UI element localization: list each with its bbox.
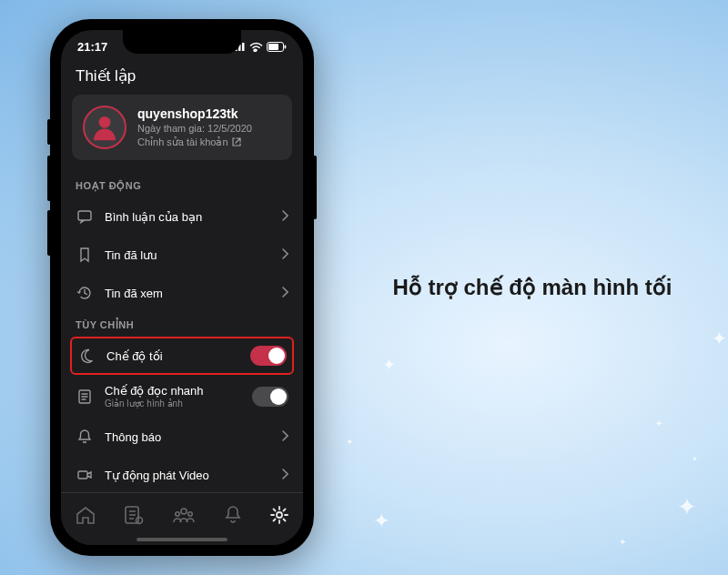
svg-rect-9 (78, 211, 91, 220)
row-sublabel: Giản lược hình ảnh (105, 398, 241, 409)
row-label: Chế độ đọc nhanh Giản lược hình ảnh (105, 384, 241, 409)
section-customize-title: TÙY CHỈNH (61, 312, 303, 337)
chevron-right-icon (281, 208, 288, 225)
notch (123, 30, 241, 54)
profile-card[interactable]: quyenshop123tk Ngày tham gia: 12/5/2020 … (72, 95, 292, 160)
row-label: Tự động phát Video (105, 469, 270, 482)
wifi-icon (249, 42, 263, 52)
row-autoplay[interactable]: Tự động phát Video (61, 456, 303, 494)
article-icon (76, 388, 94, 405)
row-label: Thông báo (105, 430, 270, 444)
row-label: Tin đã lưu (105, 248, 270, 262)
battery-icon (267, 42, 287, 52)
svg-rect-11 (78, 471, 87, 479)
comment-icon (76, 208, 94, 225)
svg-point-4 (255, 48, 257, 50)
tab-news[interactable] (123, 505, 145, 525)
bell-icon (76, 429, 94, 445)
joined-date: Ngày tham gia: 12/5/2020 (137, 121, 252, 136)
bookmark-icon (76, 247, 94, 263)
svg-point-17 (277, 512, 282, 518)
row-notifications[interactable]: Thông báo (61, 418, 303, 456)
svg-point-14 (181, 509, 187, 514)
home-indicator[interactable] (136, 538, 228, 541)
username: quyenshop123tk (137, 106, 252, 121)
edit-account-link[interactable]: Chỉnh sửa tài khoản (137, 136, 252, 148)
section-activity-title: HOẠT ĐỘNG (61, 173, 303, 197)
dark-mode-toggle[interactable] (250, 346, 287, 366)
svg-point-13 (136, 517, 143, 523)
page-title: Thiết lập (61, 63, 303, 95)
tab-settings[interactable] (269, 505, 289, 525)
chevron-right-icon (281, 247, 288, 263)
video-icon (76, 467, 94, 483)
moon-icon (77, 348, 96, 364)
row-saved[interactable]: Tin đã lưu (61, 236, 303, 274)
headline: Hỗ trợ chế độ màn hình tối (393, 275, 672, 300)
chevron-right-icon (281, 467, 288, 483)
tab-home[interactable] (75, 505, 96, 525)
svg-point-8 (99, 116, 111, 128)
tab-community[interactable] (172, 505, 196, 525)
tab-notifications[interactable] (223, 505, 243, 525)
row-label: Bình luận của bạn (105, 210, 270, 224)
tab-bar (61, 492, 303, 545)
external-link-icon (232, 137, 241, 146)
row-label: Chế độ tối (106, 349, 239, 363)
phone-frame: 21:17 Thiết lập quyenshop123tk (50, 19, 314, 556)
clock: 21:17 (77, 40, 107, 54)
svg-point-15 (176, 511, 179, 515)
screen: 21:17 Thiết lập quyenshop123tk (61, 30, 303, 545)
chevron-right-icon (281, 429, 288, 445)
row-quick-read[interactable]: Chế độ đọc nhanh Giản lược hình ảnh (61, 375, 303, 418)
avatar (83, 106, 126, 149)
svg-rect-7 (285, 45, 287, 48)
row-dark-mode[interactable]: Chế độ tối (70, 337, 294, 375)
svg-rect-3 (242, 43, 245, 51)
profile-info: quyenshop123tk Ngày tham gia: 12/5/2020 … (137, 106, 252, 148)
row-label: Tin đã xem (105, 287, 270, 300)
svg-rect-6 (268, 44, 278, 50)
quick-read-toggle[interactable] (252, 387, 288, 407)
history-icon (76, 285, 94, 301)
row-comments[interactable]: Bình luận của bạn (61, 197, 303, 236)
row-viewed[interactable]: Tin đã xem (61, 274, 303, 312)
svg-point-16 (188, 511, 192, 515)
chevron-right-icon (281, 285, 288, 301)
